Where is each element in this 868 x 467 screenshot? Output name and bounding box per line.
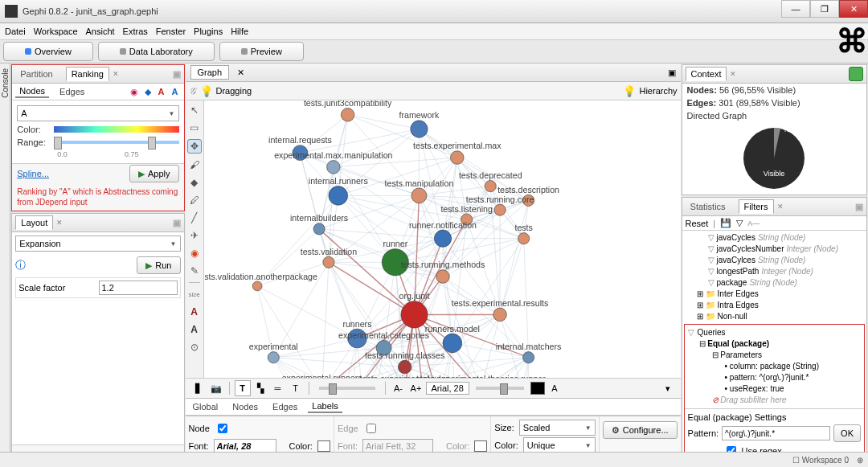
glyph-icon[interactable]: ▚ [252,380,268,396]
label-size-slider[interactable] [476,387,524,390]
select-tool-icon[interactable]: ▭ [188,121,201,134]
graph-stage[interactable]: ↖ ▭ ✥ 🖌 ◆ 🖊 ╱ ✈ ◉ ✎ size A A ⊙ tests.jun… [186,100,681,378]
tab-layout[interactable]: Layout [15,215,53,230]
size-tool-icon[interactable]: ◆ [188,176,201,189]
label-size-icon[interactable]: A [170,86,181,97]
control-icon[interactable]: ⊙ [188,341,201,354]
graph-node[interactable] [518,233,529,244]
query-equal-package[interactable]: Equal (package) [707,339,769,348]
pointer-tool-icon[interactable]: ↖ [188,104,201,117]
subtab-nodes[interactable]: Nodes [15,85,49,98]
info-icon[interactable]: ⓘ [15,258,26,272]
funnel-icon[interactable]: ▽ [736,218,743,228]
expand-toolbar-icon[interactable]: ▾ [660,380,676,396]
graph-node[interactable] [322,256,334,268]
filter-folder[interactable]: ⊞ 📁 Non-null [686,311,863,322]
menu-workspace[interactable]: Workspace [34,27,78,36]
brush-tool-icon[interactable]: 🖊 [188,194,201,207]
graph-node[interactable] [436,270,449,284]
graph-node[interactable] [313,223,324,235]
graph-node[interactable] [522,352,534,363]
label-color-icon[interactable]: A [156,86,167,97]
graph-node[interactable] [326,161,340,174]
shortest-path-icon[interactable]: ✈ [188,229,201,242]
panel-collapse-button[interactable]: ▣ [668,68,676,78]
tab-ranking[interactable]: Ranking [66,67,109,81]
label-color-mode-dropdown[interactable]: Unique▼ [523,437,596,453]
filter-item[interactable]: ▽javaCyclesNumber Integer (Node) [686,244,863,255]
bottom-tab-labels[interactable]: Labels [308,400,342,413]
subtab-edges[interactable]: Edges [55,86,88,97]
bottom-tab-global[interactable]: Global [189,401,223,412]
close-button[interactable]: ✕ [839,0,868,18]
panel-collapse-button[interactable]: ▣ [173,218,181,228]
graph-node[interactable] [450,151,464,165]
tab-context[interactable]: Context [686,67,727,81]
graph-node[interactable] [493,204,505,215]
tab-filters[interactable]: Filters [739,199,774,214]
graph-node[interactable] [268,352,279,363]
size-mode-icon[interactable]: ◆ [142,86,154,97]
menu-file[interactable]: Datei [5,27,26,36]
show-node-labels-icon[interactable]: T [235,380,251,396]
graph-node[interactable] [411,188,426,203]
text-a-icon[interactable]: A [188,305,201,318]
menu-plugins[interactable]: Plugins [194,27,223,36]
graph-node[interactable] [485,180,496,191]
bg-color-icon[interactable]: ▋ [190,380,207,396]
configure-button[interactable]: ⚙Configure... [603,421,678,439]
maximize-button[interactable]: ❐ [810,0,839,18]
bottom-tab-nodes[interactable]: Nodes [228,401,262,412]
filter-library-tree[interactable]: ▽javaCycles String (Node)▽javaCyclesNumb… [682,231,866,322]
font-display[interactable]: Arial, 28 [426,382,469,395]
edge-color-icon[interactable]: T [288,380,304,396]
minimize-button[interactable]: — [781,0,810,18]
color-mode-icon[interactable]: ◉ [129,86,140,97]
drag-subfilter-target[interactable]: Drag subfilter here [720,395,786,404]
label-size-mode-dropdown[interactable]: Scaled▼ [519,420,596,436]
graph-node[interactable] [252,281,262,291]
graph-node[interactable] [341,108,354,121]
show-edges-icon[interactable]: ═ [270,380,286,396]
menu-view[interactable]: Ansicht [86,27,115,36]
save-filter-icon[interactable]: 💾 [720,218,731,228]
menu-help[interactable]: Hilfe [231,27,248,36]
ranking-attribute-dropdown[interactable]: A▼ [17,105,178,121]
edit-tool-icon[interactable]: ✎ [188,264,201,277]
graph-node[interactable] [410,121,427,137]
edge-weight-slider[interactable] [319,387,375,390]
tab-overview[interactable]: Overview [3,42,93,61]
apply-button[interactable]: ▶Apply [129,165,179,182]
reset-filters-button[interactable]: Reset [686,219,709,228]
scale-factor-input[interactable] [99,281,178,295]
refresh-icon[interactable] [849,67,863,81]
graph-canvas[interactable]: tests.junit3compatibilityframeworkintern… [205,100,681,378]
filter-folder[interactable]: ⊞ 📁 Inter Edges [686,289,863,300]
tab-graph[interactable]: Graph [190,65,230,80]
graph-node[interactable] [434,230,451,247]
font-plus-icon[interactable]: A+ [408,380,424,396]
edge-tool-icon[interactable]: ╱ [188,211,201,224]
workspace-indicator[interactable]: Workspace 0 [802,456,849,465]
filter-folder[interactable]: ⊞ 📁 Intra Edges [686,300,863,311]
graph-node[interactable] [493,308,506,322]
filter-item[interactable]: ▽package String (Node) [686,277,863,289]
tab-data-laboratory[interactable]: Data Laboratory [98,42,215,61]
graph-node[interactable] [400,301,427,328]
graph-node[interactable] [398,360,411,374]
tab-statistics[interactable]: Statistics [686,200,731,213]
edge-labels-checkbox[interactable] [366,422,376,435]
pattern-input[interactable] [722,426,830,440]
filter-item[interactable]: ▽javaCylces String (Node) [686,255,863,266]
text-a2-icon[interactable]: A [188,323,201,336]
node-color-swatch[interactable] [317,440,330,452]
color-gradient-slider[interactable] [54,126,178,133]
console-tab[interactable]: Console [0,63,10,467]
panel-collapse-button[interactable]: ▣ [855,202,863,212]
menu-extras[interactable]: Extras [123,27,148,36]
layout-algo-dropdown[interactable]: Expansion▼ [15,236,180,252]
menu-window[interactable]: Fenster [156,27,186,36]
filter-item[interactable]: ▽javaCycles String (Node) [686,232,863,244]
graph-node[interactable] [328,186,347,206]
node-labels-checkbox[interactable] [218,422,227,435]
